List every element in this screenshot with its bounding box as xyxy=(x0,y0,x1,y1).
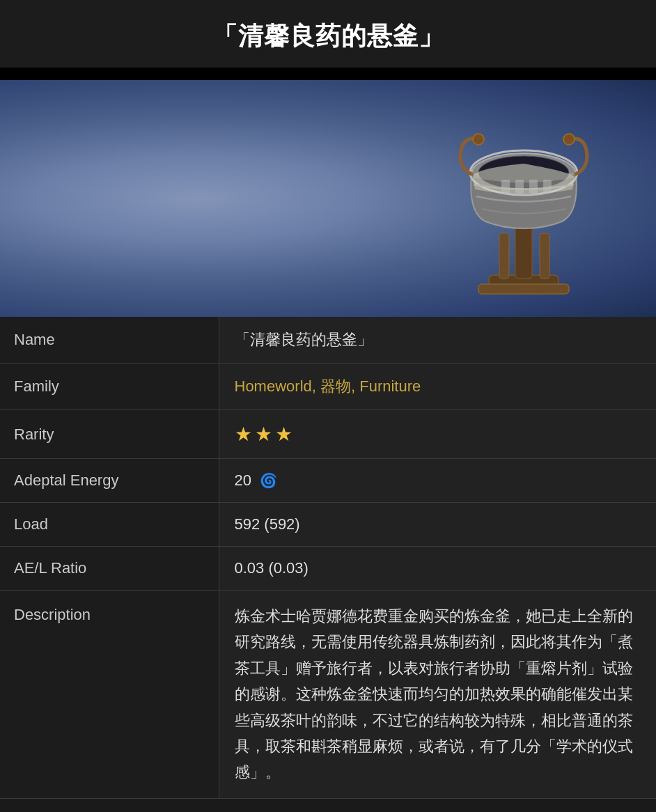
page-title: 「清馨良药的悬釜」 xyxy=(212,22,444,50)
ael-label: AE/L Ratio xyxy=(0,547,219,591)
title-bar: 「清馨良药的悬釜」 xyxy=(0,0,656,68)
load-row: Load 592 (592) xyxy=(0,503,656,547)
ael-row: AE/L Ratio 0.03 (0.03) xyxy=(0,547,656,591)
separator-bar xyxy=(0,68,656,80)
item-image-container xyxy=(0,80,656,317)
load-value: 592 (592) xyxy=(219,503,656,547)
svg-rect-1 xyxy=(478,284,569,294)
name-label: Name xyxy=(0,317,219,364)
info-table: Name 「清馨良药的悬釜」 Family Homeworld, 器物, Fur… xyxy=(0,317,656,799)
adeptal-icon: 🌀 xyxy=(260,473,277,488)
svg-point-15 xyxy=(473,134,484,145)
name-value: 「清馨良药的悬釜」 xyxy=(219,317,656,364)
rarity-value: ★★★ xyxy=(219,410,656,459)
family-value: Homeworld, 器物, Furniture xyxy=(219,364,656,410)
cauldron-svg xyxy=(426,97,621,306)
svg-rect-2 xyxy=(499,233,509,279)
adeptal-number: 20 xyxy=(235,471,251,489)
description-label: Description xyxy=(0,591,219,799)
svg-rect-3 xyxy=(540,233,549,279)
family-text: Homeworld, 器物, Furniture xyxy=(235,377,421,395)
rarity-row: Rarity ★★★ xyxy=(0,410,656,459)
page-container: 「清馨良药的悬釜」 xyxy=(0,0,656,799)
svg-point-16 xyxy=(563,134,575,145)
load-label: Load xyxy=(0,503,219,547)
ael-value: 0.03 (0.03) xyxy=(219,547,656,591)
description-row: Description 炼金术士哈贾娜德花费重金购买的炼金釜，她已走上全新的研究… xyxy=(0,591,656,799)
name-row: Name 「清馨良药的悬釜」 xyxy=(0,317,656,364)
item-image xyxy=(419,94,628,310)
adeptal-row: Adeptal Energy 20 🌀 xyxy=(0,459,656,503)
adeptal-value: 20 🌀 xyxy=(219,459,656,503)
family-label: Family xyxy=(0,364,219,410)
rarity-stars: ★★★ xyxy=(235,423,295,445)
rarity-label: Rarity xyxy=(0,410,219,459)
adeptal-label: Adeptal Energy xyxy=(0,459,219,503)
description-value: 炼金术士哈贾娜德花费重金购买的炼金釜，她已走上全新的研究路线，无需使用传统器具炼… xyxy=(219,591,656,799)
family-row: Family Homeworld, 器物, Furniture xyxy=(0,364,656,410)
